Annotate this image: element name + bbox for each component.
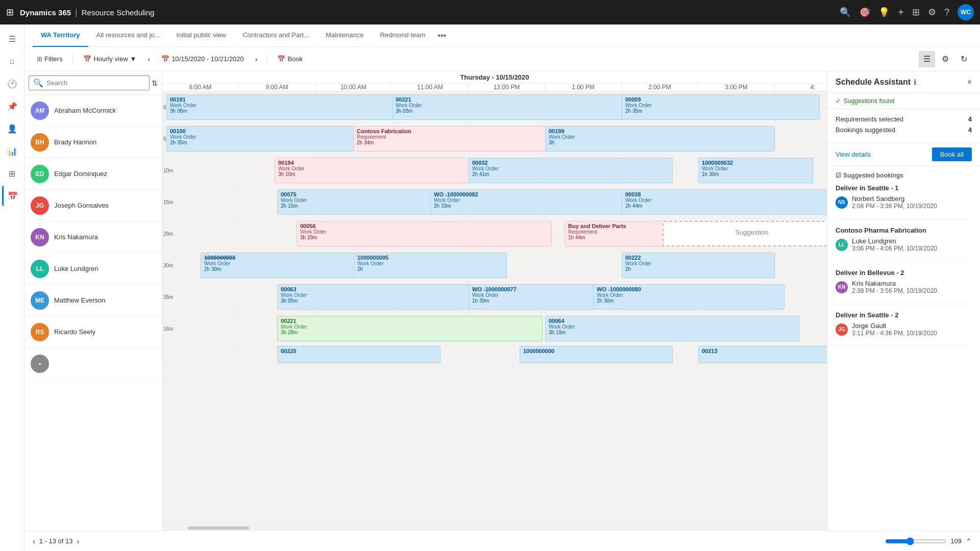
booking-00221-rs[interactable]: 00221 Work Order 3h 28m: [277, 316, 543, 341]
tab-more[interactable]: •••: [433, 24, 450, 47]
filter-button[interactable]: ⊞ Filters: [33, 53, 66, 65]
resource-item-jg[interactable]: JG Joseph Gonsalves: [24, 190, 162, 221]
grid-row-me: 35m 00063 Work Order 3h 05m WO -10000000…: [162, 281, 827, 313]
booking-00075-duration: 2h 15m: [281, 203, 445, 209]
filter-icon[interactable]: ⊞: [912, 7, 920, 18]
sidebar-recent-icon[interactable]: 🕐: [2, 73, 22, 94]
contact-icon[interactable]: 🎯: [859, 7, 870, 18]
collapse-button[interactable]: ⌃: [966, 537, 972, 545]
grid-row-jg: 15m 00075 Work Order 2h 15m WO -10000000…: [162, 186, 827, 218]
booking-00009[interactable]: 00009 Work Order 2h 35m: [622, 94, 820, 120]
sa-info-icon[interactable]: ℹ: [914, 78, 916, 86]
sort-button[interactable]: ⇅: [152, 79, 158, 87]
search-box[interactable]: 🔍: [29, 76, 150, 90]
next-date-button[interactable]: ›: [252, 53, 261, 65]
booking-00100[interactable]: 00100 Work Order 2h 35m: [166, 126, 365, 152]
tab-wa-territory[interactable]: WA Territory: [33, 24, 88, 47]
bottom-bar: ‹ 1 - 13 of 13 › 109 ⌃: [24, 531, 980, 551]
resource-search-area: 🔍 ⇅: [24, 71, 162, 95]
sa-req-label: Requirements selected: [836, 115, 903, 123]
book-button[interactable]: 📅 Book: [273, 53, 307, 65]
resource-item-me[interactable]: ME Matthew Everson: [24, 285, 162, 316]
sa-close-button[interactable]: ×: [967, 78, 972, 87]
search-icon[interactable]: 🔍: [840, 7, 851, 18]
resource-item-kn[interactable]: KN Kris Nakamura: [24, 221, 162, 253]
sidebar-calendar-icon[interactable]: 📅: [2, 186, 22, 206]
grid-row-ll: 30m 1000000003 Work Order 2h 30m 1000000…: [162, 249, 827, 281]
prev-page-button[interactable]: ‹: [33, 537, 35, 545]
booking-00213[interactable]: 00213: [698, 346, 827, 363]
toolbar-separator-2: [266, 53, 267, 65]
booking-00038[interactable]: 00038 Work Order 2h 44m: [622, 189, 827, 215]
h-scrollbar[interactable]: [162, 524, 827, 531]
sidebar-grid-icon[interactable]: ⊞: [2, 163, 22, 184]
booking-suggestion-kn[interactable]: Suggestion: [663, 221, 827, 246]
zoom-slider[interactable]: [885, 537, 946, 545]
booking-00038-duration: 2h 44m: [625, 203, 827, 209]
booking-wo1000000080[interactable]: WO -1000000080 Work Order 2h 30m: [593, 284, 785, 310]
sa-person-name-4: Jorge Gault: [852, 322, 937, 330]
booking-00199[interactable]: 00199 Work Order 3h: [545, 126, 775, 152]
resource-item-rs[interactable]: RS Ricardo Seely: [24, 316, 162, 348]
booking-00221-rs-type: Work Order: [281, 324, 539, 330]
booking-00064[interactable]: 00064 Work Order 3h 19m: [545, 316, 799, 341]
booking-00222[interactable]: 00222 Work Order 2h: [622, 253, 775, 278]
help-icon[interactable]: ?: [944, 7, 949, 18]
sa-suggestion-4: Deliver in Seattle - 2 JG Jorge Gault 3:…: [836, 311, 972, 346]
tab-maintenance[interactable]: Maintenance: [317, 24, 372, 47]
booking-wo1000000082[interactable]: WO -1000000082 Work Order 2h 33m: [430, 189, 624, 215]
booking-wo1000000082-type: Work Order: [434, 197, 621, 203]
avatar-ed: ED: [31, 165, 49, 183]
booking-00191[interactable]: 00191 Work Order 3h 06m: [166, 94, 406, 120]
date-range-label: 10/15/2020 - 10/21/2020: [172, 55, 244, 63]
prev-date-button[interactable]: ‹: [144, 53, 153, 65]
sa-book-all-button[interactable]: Book all: [932, 147, 972, 161]
refresh-button[interactable]: ↻: [955, 51, 972, 67]
sidebar-pin-icon[interactable]: 📌: [2, 96, 22, 116]
booking-00032[interactable]: 00032 Work Order 2h 41m: [469, 158, 673, 183]
booking-00075[interactable]: 00075 Work Order 2h 15m: [277, 189, 448, 215]
settings-icon[interactable]: ⚙: [928, 7, 936, 18]
book-label: Book: [287, 55, 303, 63]
tab-contractors[interactable]: Contractors and Part...: [234, 24, 317, 47]
settings-toolbar-button[interactable]: ⚙: [937, 51, 953, 67]
booking-1000000005[interactable]: 1000000005 Work Order 2h: [354, 253, 507, 278]
lightbulb-icon[interactable]: 💡: [878, 7, 890, 18]
time-slot-4pm: 4:: [775, 84, 827, 91]
booking-00056-type: Work Order: [300, 229, 548, 235]
tab-all-resources[interactable]: All resources and jo...: [88, 24, 168, 47]
sidebar-people-icon[interactable]: 👤: [2, 118, 22, 139]
sa-bookings-label: Bookings suggested: [836, 126, 895, 134]
booking-00221-am[interactable]: 00221 Work Order 3h 03m: [392, 94, 624, 120]
booking-1000000032[interactable]: 1000000032 Work Order 1h 30m: [698, 158, 813, 183]
list-view-button[interactable]: ☰: [919, 51, 935, 67]
booking-contoso-fab[interactable]: Contoso Fabrication Requirement 2h 34m: [353, 126, 557, 152]
resource-item-ed[interactable]: ED Edgar Dominquez: [24, 158, 162, 190]
booking-00191-type: Work Order: [170, 103, 403, 108]
search-input[interactable]: [46, 79, 145, 87]
tab-redmond-team[interactable]: Redmond team: [372, 24, 433, 47]
sidebar-menu-icon[interactable]: ☰: [2, 29, 22, 49]
resource-item-am[interactable]: AM Abraham McCormick: [24, 95, 162, 127]
date-range-button[interactable]: 📅 10/15/2020 - 10/21/2020: [157, 53, 248, 65]
sa-person-row-3: KN Kris Nakamura 2:38 PM - 3:56 PM, 10/1…: [836, 280, 972, 294]
resource-item-ll[interactable]: LL Luke Lundgren: [24, 253, 162, 285]
sidebar-reports-icon[interactable]: 📊: [2, 141, 22, 161]
sa-view-details-link[interactable]: View details: [836, 151, 928, 158]
booking-00056[interactable]: 00056 Work Order 3h 29m: [297, 221, 552, 246]
sidebar-home-icon[interactable]: ⌂: [2, 51, 22, 71]
next-page-button[interactable]: ›: [77, 537, 79, 545]
booking-wo1000000077[interactable]: WO -1000000077 Work Order 1h 39m: [469, 284, 595, 310]
apps-grid-icon[interactable]: ⊞: [6, 7, 14, 18]
booking-00032-type: Work Order: [472, 166, 669, 171]
booking-00225[interactable]: 00225: [277, 346, 440, 363]
tab-initial-public-view[interactable]: Initial public view: [168, 24, 235, 47]
top-navigation: ⊞ Dynamics 365 | Resource Scheduling 🔍 🎯…: [0, 0, 980, 24]
resource-item-extra[interactable]: •: [24, 348, 162, 380]
user-avatar[interactable]: WC: [958, 4, 974, 20]
add-icon[interactable]: +: [898, 7, 904, 18]
hourly-view-button[interactable]: 📅 Hourly view ▼: [79, 53, 140, 65]
booking-00199-duration: 3h: [549, 140, 771, 145]
booking-1000000000[interactable]: 1000000000: [520, 346, 673, 363]
resource-item-bh[interactable]: BH Brady Hannon: [24, 127, 162, 158]
